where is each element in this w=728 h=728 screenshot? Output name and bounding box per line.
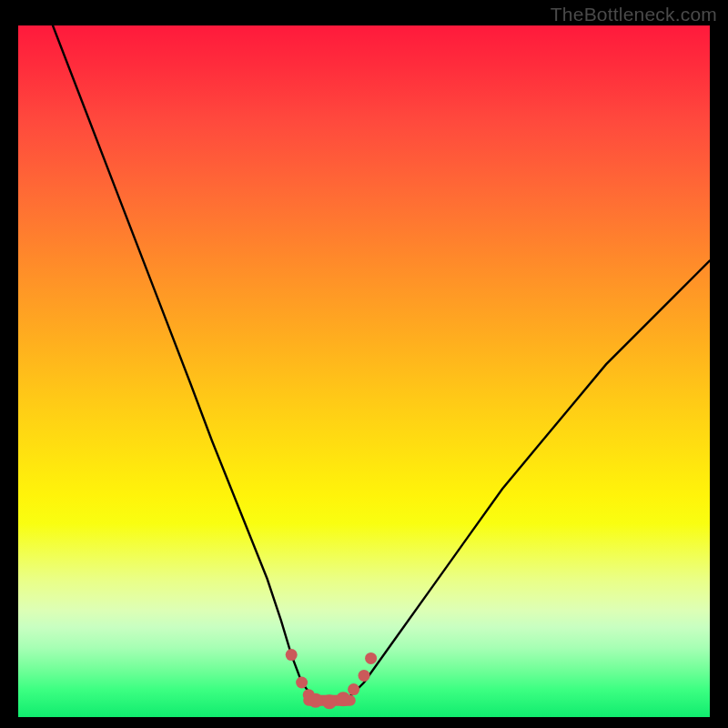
highlight-point [308, 693, 323, 708]
bottleneck-curve [53, 25, 710, 702]
plot-area [18, 25, 710, 717]
plot-inner [18, 25, 710, 717]
highlight-point [365, 652, 377, 664]
highlight-point [296, 677, 308, 689]
highlight-point [322, 694, 337, 709]
highlight-point [348, 683, 359, 695]
highlight-point [336, 692, 350, 706]
watermark-text: TheBottleneck.com [551, 4, 717, 25]
highlight-point [359, 670, 370, 682]
chart-container: TheBottleneck.com [0, 0, 728, 728]
curve-overlay [18, 25, 710, 717]
highlight-markers [286, 649, 377, 709]
highlight-point [286, 649, 298, 661]
